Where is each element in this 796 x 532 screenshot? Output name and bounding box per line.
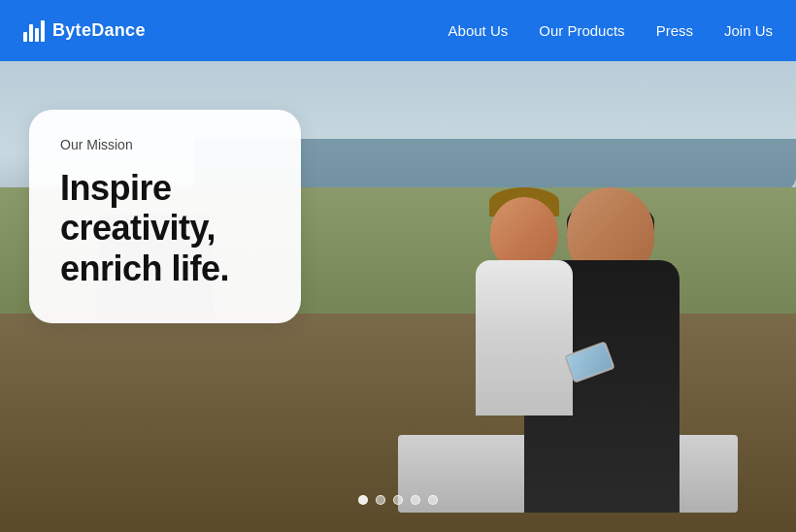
nav-join-us[interactable]: Join Us <box>724 22 773 39</box>
mission-card: Our Mission Inspire creativity, enrich l… <box>29 110 301 323</box>
site-header: ByteDance About Us Our Products Press Jo… <box>0 0 796 61</box>
carousel-dots <box>358 495 438 505</box>
hero-section: Our Mission Inspire creativity, enrich l… <box>0 61 796 532</box>
nav-about-us[interactable]: About Us <box>448 22 509 39</box>
logo-area[interactable]: ByteDance <box>23 20 448 42</box>
carousel-dot-5[interactable] <box>428 495 438 505</box>
nav-press[interactable]: Press <box>656 22 693 39</box>
mission-title: Inspire creativity, enrich life. <box>60 168 270 288</box>
mission-label: Our Mission <box>60 137 270 152</box>
people-area <box>330 124 738 532</box>
carousel-dot-1[interactable] <box>358 495 368 505</box>
main-nav: About Us Our Products Press Join Us <box>448 22 773 39</box>
carousel-dot-2[interactable] <box>376 495 385 505</box>
kid-head <box>490 197 558 270</box>
carousel-dot-3[interactable] <box>393 495 403 505</box>
carousel-dot-4[interactable] <box>411 495 420 505</box>
bytedance-logo-icon <box>23 20 45 42</box>
nav-our-products[interactable]: Our Products <box>539 22 624 39</box>
kid-body <box>476 260 573 416</box>
logo-text: ByteDance <box>52 20 146 41</box>
